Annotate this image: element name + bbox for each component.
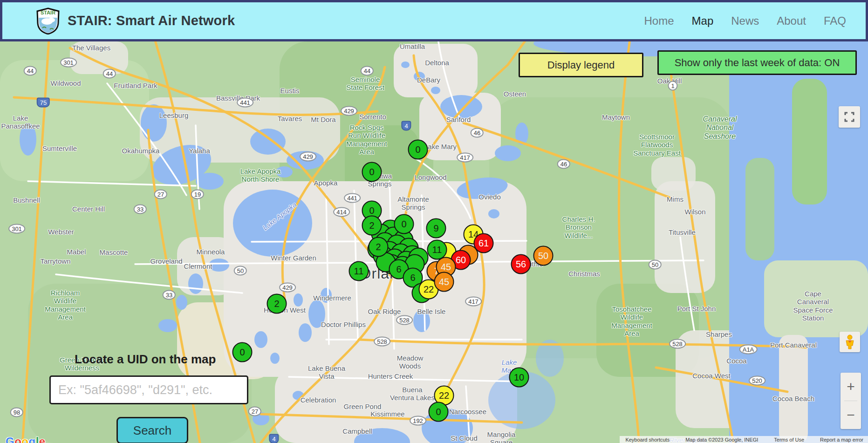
google-logo-letter: G bbox=[6, 435, 14, 443]
map-marker[interactable]: 0 bbox=[394, 214, 414, 234]
map-marker[interactable]: 45 bbox=[434, 272, 454, 292]
map-marker[interactable]: 2 bbox=[267, 294, 287, 314]
search-button[interactable]: Search bbox=[116, 417, 188, 443]
nav-item-home[interactable]: Home bbox=[644, 14, 674, 27]
fullscreen-icon bbox=[844, 112, 854, 122]
map-marker[interactable]: 61 bbox=[474, 233, 494, 253]
stair-app: STAIR STAIR: Smart Air Network HomeMapNe… bbox=[0, 0, 868, 443]
display-legend-button[interactable]: Display legend bbox=[519, 53, 643, 77]
pegman-control[interactable] bbox=[840, 332, 860, 352]
zoom-in-button[interactable]: + bbox=[841, 373, 861, 401]
nav-item-news[interactable]: News bbox=[731, 14, 759, 27]
map-marker[interactable]: 0 bbox=[429, 402, 449, 422]
google-logo-letter: o bbox=[21, 435, 28, 443]
map-canvas[interactable]: The VillagesWildwoodFruitland ParkUmatil… bbox=[0, 41, 868, 443]
map-marker[interactable]: 2 bbox=[369, 237, 389, 257]
report-error-link[interactable]: Report a map error bbox=[820, 437, 863, 443]
map-marker[interactable]: 0 bbox=[408, 140, 428, 160]
locate-uid-label: Locate a UID on the map bbox=[75, 352, 216, 367]
header: STAIR STAIR: Smart Air Network HomeMapNe… bbox=[0, 0, 868, 41]
map-attribution: Keyboard shortcuts Map data ©2023 Google… bbox=[620, 436, 868, 443]
last-week-toggle-button[interactable]: Show only the last week of data: ON bbox=[657, 50, 857, 75]
zoom-out-button[interactable]: − bbox=[841, 401, 861, 429]
svg-text:STAIR: STAIR bbox=[41, 10, 55, 15]
pegman-icon bbox=[844, 334, 856, 349]
google-logo[interactable]: Google bbox=[6, 435, 46, 443]
map-marker[interactable]: 0 bbox=[232, 342, 253, 362]
map-marker[interactable]: 0 bbox=[362, 162, 382, 182]
main-nav: HomeMapNewsAboutFAQ bbox=[644, 14, 846, 27]
map-marker[interactable]: 11 bbox=[349, 261, 369, 281]
google-logo-letter: l bbox=[36, 435, 39, 443]
nav-item-map[interactable]: Map bbox=[692, 14, 714, 27]
nav-item-about[interactable]: About bbox=[777, 14, 806, 27]
map-data-text: Map data ©2023 Google, INEGI bbox=[685, 437, 758, 443]
map-marker[interactable]: 50 bbox=[533, 246, 554, 266]
google-logo-letter: g bbox=[29, 435, 36, 443]
map-marker[interactable]: 10 bbox=[509, 368, 529, 388]
google-logo-letter: e bbox=[39, 435, 46, 443]
zoom-control: + − bbox=[841, 373, 861, 429]
stair-logo-icon: STAIR bbox=[36, 7, 60, 34]
nav-item-faq[interactable]: FAQ bbox=[824, 14, 846, 27]
map-marker[interactable]: 2 bbox=[362, 216, 382, 236]
uid-search-input[interactable] bbox=[49, 375, 248, 404]
page-title: STAIR: Smart Air Network bbox=[68, 13, 235, 28]
keyboard-shortcuts-link[interactable]: Keyboard shortcuts bbox=[625, 437, 670, 443]
map-marker[interactable]: 9 bbox=[426, 218, 446, 239]
map-marker[interactable]: 56 bbox=[511, 254, 531, 274]
terms-link[interactable]: Terms of Use bbox=[774, 437, 804, 443]
fullscreen-button[interactable] bbox=[839, 106, 860, 128]
google-logo-letter: o bbox=[14, 435, 21, 443]
